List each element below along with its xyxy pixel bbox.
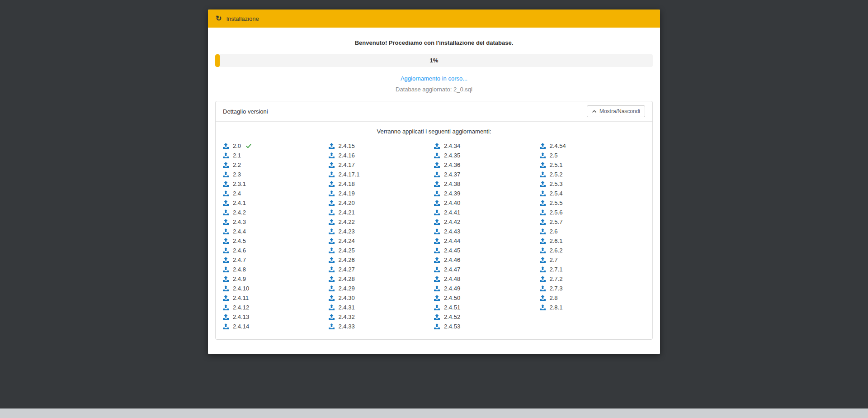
version-item: 2.4.32 <box>329 312 434 322</box>
version-item: 2.7.3 <box>540 284 646 293</box>
status-db-updated: Database aggiornato: 2_0.sql <box>215 86 653 93</box>
upload-icon <box>329 181 335 187</box>
version-label: 2.4.9 <box>233 276 246 282</box>
version-item: 2.7 <box>540 255 646 265</box>
version-item: 2.5.3 <box>540 179 646 189</box>
version-item: 2.4.4 <box>223 227 329 236</box>
version-item: 2.4.5 <box>223 236 329 246</box>
upload-icon <box>329 257 335 263</box>
upload-icon <box>223 171 229 177</box>
version-item: 2.2 <box>223 160 329 170</box>
upload-icon <box>540 181 546 187</box>
version-item: 2.6.2 <box>540 246 646 255</box>
versions-panel-body: Verranno applicati i seguenti aggiorname… <box>216 122 652 339</box>
version-item: 2.8.1 <box>540 303 646 312</box>
version-item: 2.4.38 <box>434 179 540 189</box>
progress-label: 1% <box>215 54 653 67</box>
version-item: 2.4.23 <box>329 227 434 236</box>
version-item: 2.4.48 <box>434 274 540 284</box>
upload-icon <box>540 257 546 263</box>
version-item: 2.4.39 <box>434 189 540 198</box>
upload-icon <box>540 200 546 206</box>
version-label: 2.5 <box>550 152 558 159</box>
version-label: 2.4.16 <box>339 152 355 159</box>
version-label: 2.4.53 <box>444 323 460 330</box>
upload-icon <box>434 228 440 234</box>
version-item: 2.5 <box>540 151 646 160</box>
upload-icon <box>540 276 546 282</box>
version-item: 2.4.46 <box>434 255 540 265</box>
version-label: 2.4.46 <box>444 256 460 263</box>
version-item: 2.4.15 <box>329 141 434 151</box>
version-label: 2.7.3 <box>550 285 563 292</box>
upload-icon <box>434 238 440 244</box>
version-item: 2.4.28 <box>329 274 434 284</box>
version-item: 2.4.52 <box>434 312 540 322</box>
version-label: 2.5.5 <box>550 200 563 206</box>
version-item: 2.4.31 <box>329 303 434 312</box>
upload-icon <box>434 181 440 187</box>
version-label: 2.7.2 <box>550 276 563 282</box>
upload-icon <box>329 143 335 149</box>
version-item: 2.4.10 <box>223 284 329 293</box>
version-item: 2.4 <box>223 189 329 198</box>
modal-title: Installazione <box>226 15 259 22</box>
upload-icon <box>223 219 229 225</box>
versions-panel: Dettaglio versioni Mostra/Nascondi Verra… <box>215 101 653 340</box>
version-label: 2.4.40 <box>444 200 460 206</box>
version-item: 2.6 <box>540 227 646 236</box>
version-item: 2.4.25 <box>329 246 434 255</box>
upload-icon <box>540 152 546 158</box>
version-label: 2.4.8 <box>233 266 246 273</box>
upload-icon <box>540 247 546 253</box>
version-label: 2.4.3 <box>233 218 246 225</box>
version-label: 2.5.7 <box>550 218 563 225</box>
versions-panel-title: Dettaglio versioni <box>223 108 268 115</box>
version-label: 2.4.15 <box>339 142 355 149</box>
version-label: 2.8.1 <box>550 304 563 311</box>
version-label: 2.4.18 <box>339 180 355 187</box>
version-item: 2.4.16 <box>329 151 434 160</box>
upload-icon <box>329 304 335 310</box>
version-item: 2.4.51 <box>434 303 540 312</box>
version-item: 2.7.1 <box>540 265 646 274</box>
upload-icon <box>540 162 546 168</box>
version-item: 2.4.7 <box>223 255 329 265</box>
upload-icon <box>223 257 229 263</box>
version-label: 2.5.2 <box>550 171 563 178</box>
upload-icon <box>434 152 440 158</box>
version-item: 2.4.40 <box>434 198 540 208</box>
upload-icon <box>329 247 335 253</box>
version-item: 2.4.33 <box>329 322 434 331</box>
version-item: 2.4.11 <box>223 293 329 303</box>
upload-icon <box>329 276 335 282</box>
toggle-versions-button[interactable]: Mostra/Nascondi <box>587 105 645 117</box>
version-column: 2.4.542.52.5.12.5.22.5.32.5.42.5.52.5.62… <box>540 141 646 331</box>
version-label: 2.6.2 <box>550 247 563 254</box>
upload-icon <box>329 162 335 168</box>
version-label: 2.4.24 <box>339 238 355 244</box>
version-label: 2.4.20 <box>339 200 355 206</box>
version-label: 2.4.21 <box>339 209 355 216</box>
upload-icon <box>329 266 335 272</box>
upload-icon <box>329 190 335 196</box>
check-icon <box>246 144 251 148</box>
version-item: 2.4.21 <box>329 208 434 217</box>
version-item: 2.6.1 <box>540 236 646 246</box>
version-label: 2.4.7 <box>233 256 246 263</box>
version-item: 2.4.44 <box>434 236 540 246</box>
upload-icon <box>540 285 546 291</box>
version-label: 2.4.25 <box>339 247 355 254</box>
upload-icon <box>223 285 229 291</box>
version-label: 2.4.44 <box>444 238 460 244</box>
version-item: 2.4.45 <box>434 246 540 255</box>
upload-icon <box>223 190 229 196</box>
upload-icon <box>434 171 440 177</box>
version-item: 2.0 <box>223 141 329 151</box>
status-updating: Aggiornamento in corso... <box>215 75 653 82</box>
upload-icon <box>540 228 546 234</box>
version-label: 2.4.50 <box>444 294 460 301</box>
version-label: 2.4.34 <box>444 142 460 149</box>
progress-bar: 1% <box>215 54 653 67</box>
version-label: 2.5.4 <box>550 190 563 197</box>
